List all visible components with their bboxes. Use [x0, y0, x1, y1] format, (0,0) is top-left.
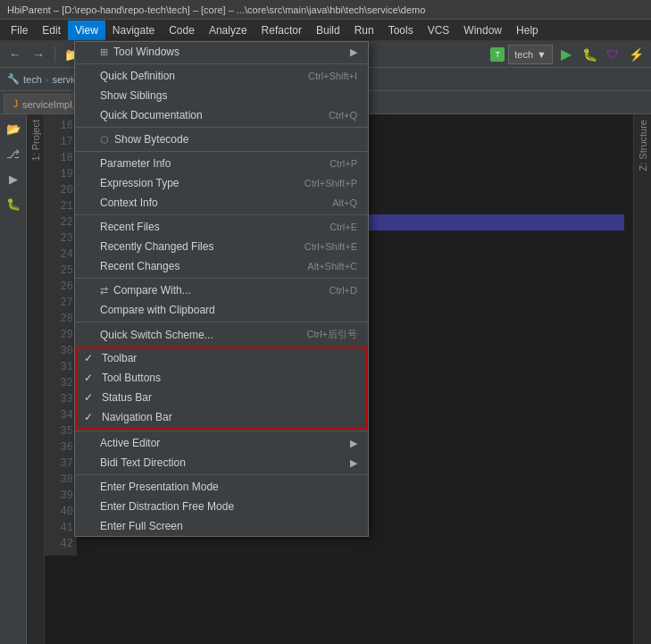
menu-recently-changed[interactable]: Recently Changed Files Ctrl+Shift+E [75, 237, 368, 256]
menu-context-info[interactable]: Context Info Alt+Q [75, 193, 368, 213]
presentation-mode-label: Enter Presentation Mode [100, 481, 219, 493]
divider-1 [75, 63, 368, 64]
bytecode-icon: ⬡ [100, 134, 109, 146]
active-editor-arrow: ▶ [350, 438, 357, 449]
menu-recent-changes[interactable]: Recent Changes Alt+Shift+C [75, 256, 368, 276]
menu-navigate[interactable]: Navigate [105, 21, 162, 40]
recently-changed-shortcut: Ctrl+Shift+E [305, 241, 357, 252]
bidi-direction-label: Bidi Text Direction [100, 456, 186, 469]
divider-5 [75, 278, 368, 279]
divider-6 [75, 322, 368, 322]
menu-build[interactable]: Build [309, 21, 347, 40]
divider-3 [75, 151, 368, 152]
compare-with-shortcut: Ctrl+D [330, 285, 357, 296]
toolbar-back[interactable]: ← [5, 45, 25, 64]
dropdown-arrow: ▼ [537, 49, 547, 60]
full-screen-label: Enter Full Screen [100, 520, 183, 532]
menu-tool-buttons[interactable]: ✓ Tool Buttons [77, 368, 366, 388]
breadcrumb-tech[interactable]: tech [23, 74, 42, 85]
profile-button[interactable]: ⚡ [626, 45, 646, 64]
navigation-bar-label: Navigation Bar [102, 411, 172, 423]
param-info-label: Parameter Info [100, 157, 171, 170]
divider-7 [75, 431, 368, 431]
sidebar-run-icon[interactable]: ▶ [3, 168, 24, 189]
tool-buttons-check: ✓ [84, 372, 93, 384]
divider-2 [75, 127, 368, 128]
compare-icon: ⇄ [100, 285, 108, 297]
menu-compare-clipboard[interactable]: Compare with Clipboard [75, 300, 368, 320]
breadcrumb-icon: 🔧 [7, 73, 20, 85]
menu-code[interactable]: Code [162, 21, 202, 40]
line-numbers: 16 17 18 19 20 21 22 23 24 25 26 27 28 2… [45, 114, 77, 556]
menu-status-bar[interactable]: ✓ Status Bar [77, 388, 366, 407]
menu-window[interactable]: Window [456, 21, 509, 40]
recent-files-shortcut: Ctrl+E [330, 222, 357, 232]
menu-navigation-bar[interactable]: ✓ Navigation Bar [77, 407, 366, 427]
menu-edit[interactable]: Edit [35, 21, 68, 40]
menu-toolbar[interactable]: ✓ Toolbar [77, 348, 366, 368]
menu-distraction-free[interactable]: Enter Distraction Free Mode [75, 497, 368, 516]
menu-active-editor[interactable]: Active Editor ▶ [75, 433, 368, 453]
menu-expression-type[interactable]: Expression Type Ctrl+Shift+P [75, 173, 368, 193]
run-button[interactable]: ▶ [556, 45, 576, 64]
quick-def-label: Quick Definition [100, 70, 175, 82]
menu-analyze[interactable]: Analyze [202, 21, 255, 40]
debug-button[interactable]: 🐛 [580, 45, 599, 64]
menu-bidi-direction[interactable]: Bidi Text Direction ▶ [75, 453, 368, 473]
tool-windows-label: Tool Windows [113, 46, 179, 58]
tech-icon: T [490, 47, 505, 62]
menu-vcs[interactable]: VCS [421, 21, 457, 40]
param-info-shortcut: Ctrl+P [330, 158, 357, 169]
toolbar-label: Toolbar [102, 352, 137, 364]
menu-run[interactable]: Run [347, 21, 381, 40]
divider-8 [75, 474, 368, 475]
java-icon-1: J [13, 99, 18, 109]
toolbar-check: ✓ [84, 352, 93, 364]
structure-panel[interactable]: Z: Structure [633, 114, 651, 644]
recent-files-label: Recent Files [100, 221, 160, 233]
navigation-bar-check: ✓ [84, 411, 93, 423]
tool-windows-arrow: ▶ [350, 46, 357, 58]
quick-switch-label: Quick Switch Scheme... [100, 329, 213, 341]
menu-tool-windows[interactable]: ⊞ Tool Windows ▶ [75, 42, 368, 62]
menu-refactor[interactable]: Refactor [255, 21, 309, 40]
title-text: HbiParent – [D:\repo-hand\repo-tech\tech… [7, 4, 425, 15]
menu-presentation-mode[interactable]: Enter Presentation Mode [75, 477, 368, 497]
menu-quick-switch[interactable]: Quick Switch Scheme... Ctrl+后引号 [75, 324, 368, 345]
expr-type-shortcut: Ctrl+Shift+P [305, 178, 357, 188]
recently-changed-label: Recently Changed Files [100, 240, 213, 253]
left-sidebar: 📂 ⎇ ▶ 🐛 [0, 114, 27, 644]
menu-help[interactable]: Help [509, 21, 546, 40]
menu-show-siblings[interactable]: Show Siblings [75, 86, 368, 105]
project-panel[interactable]: 1: Project [27, 114, 45, 644]
tool-windows-icon: ⊞ [100, 46, 108, 58]
toolbar-forward[interactable]: → [29, 45, 48, 64]
expr-type-label: Expression Type [100, 177, 179, 189]
menu-recent-files[interactable]: Recent Files Ctrl+E [75, 217, 368, 237]
title-bar: HbiParent – [D:\repo-hand\repo-tech\tech… [0, 0, 651, 20]
menu-show-bytecode[interactable]: ⬡ Show Bytecode [75, 130, 368, 149]
menu-quick-documentation[interactable]: Quick Documentation Ctrl+Q [75, 105, 368, 125]
menu-parameter-info[interactable]: Parameter Info Ctrl+P [75, 154, 368, 173]
menu-compare-with[interactable]: ⇄ Compare With... Ctrl+D [75, 280, 368, 300]
context-info-shortcut: Alt+Q [332, 197, 357, 208]
sidebar-commit-icon[interactable]: ⎇ [3, 143, 24, 164]
run-config-dropdown[interactable]: tech ▼ [508, 45, 553, 64]
menu-quick-definition[interactable]: Quick Definition Ctrl+Shift+I [75, 66, 368, 86]
context-info-label: Context Info [100, 197, 158, 209]
menu-view[interactable]: View [68, 21, 105, 40]
recent-changes-label: Recent Changes [100, 260, 179, 272]
sidebar-structure-icon[interactable]: 📂 [3, 118, 24, 139]
run-config-name: tech [514, 49, 533, 60]
quick-doc-label: Quick Documentation [100, 109, 203, 121]
recent-changes-shortcut: Alt+Shift+C [307, 261, 357, 272]
view-menu-dropdown: ⊞ Tool Windows ▶ Quick Definition Ctrl+S… [74, 41, 369, 537]
status-bar-check: ✓ [84, 391, 93, 404]
sidebar-debug-icon[interactable]: 🐛 [3, 193, 24, 214]
menu-full-screen[interactable]: Enter Full Screen [75, 516, 368, 536]
show-bytecode-label: Show Bytecode [114, 133, 188, 146]
tool-buttons-label: Tool Buttons [102, 372, 161, 384]
menu-file[interactable]: File [4, 21, 35, 40]
menu-tools[interactable]: Tools [381, 21, 421, 40]
coverage-button[interactable]: 🛡 [603, 45, 622, 64]
